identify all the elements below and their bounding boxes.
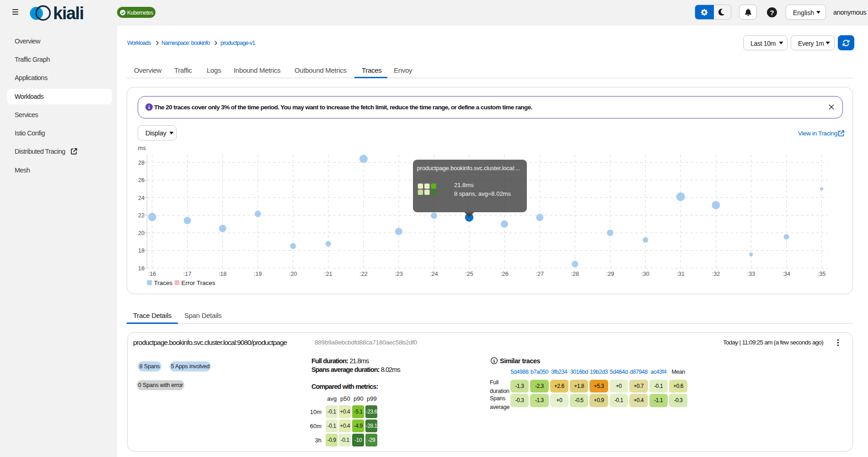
svg-text:?: ? (770, 9, 774, 16)
svg-text:kiali: kiali (53, 4, 83, 22)
